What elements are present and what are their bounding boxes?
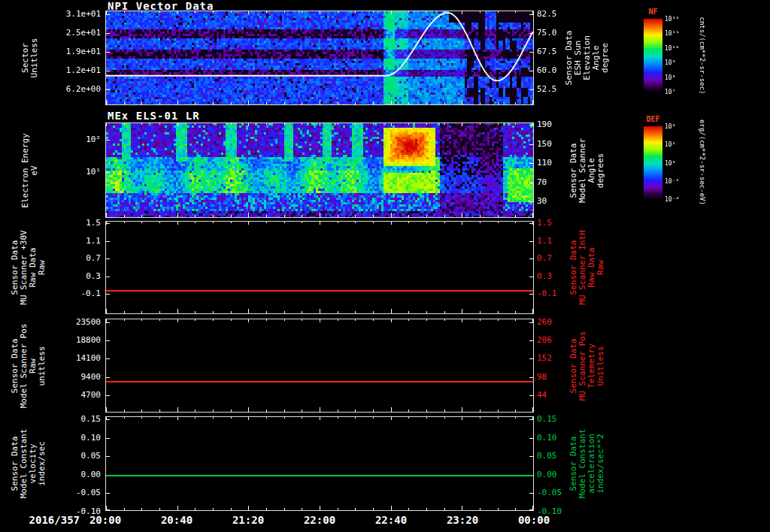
model-constant-velocity-trace — [106, 475, 533, 476]
x-tick-mark — [515, 102, 516, 104]
y-tick-mark — [106, 322, 110, 323]
x-tick-mark — [195, 417, 196, 419]
x-tick-mark — [177, 309, 178, 313]
y-tick-label-left: 0.05 — [42, 451, 101, 461]
x-tick-mark — [515, 11, 516, 13]
x-tick-mark — [284, 215, 285, 217]
colorbar-tick-label: 10⁹ — [665, 59, 692, 66]
y-tick-label-left: 1.5 — [42, 218, 101, 228]
x-tick-mark — [338, 102, 338, 104]
x-tick-mark — [124, 410, 125, 412]
x-tick-mark — [302, 319, 302, 321]
x-tick-mark — [373, 417, 374, 419]
y-tick-label-left: 10¹ — [42, 167, 101, 177]
x-tick-mark — [391, 309, 392, 313]
y-tick-label-right: 110 — [537, 158, 576, 168]
model-scanner-pos-raw-trace — [106, 381, 533, 382]
x-tick-mark — [284, 123, 285, 125]
y-tick-mark — [106, 89, 110, 90]
x-tick-mark — [498, 215, 499, 217]
x-tick-mark — [444, 417, 445, 419]
x-tick-mark — [124, 123, 125, 125]
x-tick-mark — [302, 123, 302, 125]
mu-scanner-30v-left-axis-label: Sensor Data MU Scanner +30V Raw Data Raw — [11, 230, 47, 304]
x-tick-mark — [426, 102, 427, 104]
x-tick-mark — [231, 215, 232, 217]
x-tick-mark — [320, 417, 320, 420]
y-tick-label-right: 260 — [537, 317, 576, 327]
x-tick-mark — [159, 319, 160, 321]
x-tick-mark — [213, 222, 214, 223]
x-tick-mark — [266, 215, 267, 217]
y-tick-label-right: 82.5 — [537, 9, 576, 19]
x-tick-mark — [195, 319, 196, 321]
els-left-axis-label: Electron Energy eV — [21, 133, 39, 207]
y-tick-mark — [529, 456, 533, 457]
x-tick-mark — [515, 311, 516, 313]
x-tick-mark — [391, 407, 392, 412]
x-tick-mark — [302, 311, 302, 313]
y-tick-label-right: 206 — [537, 335, 576, 345]
els-spectrogram-panel — [105, 122, 534, 218]
x-tick-mark — [195, 508, 196, 510]
x-tick-mark — [373, 319, 374, 321]
y-tick-mark — [529, 419, 533, 420]
x-tick-mark — [231, 222, 232, 223]
x-tick-mark — [320, 506, 320, 510]
x-tick-mark — [480, 410, 480, 412]
y-tick-label-right: 1.1 — [537, 236, 576, 246]
x-tick-mark — [444, 222, 445, 223]
y-tick-label-right: 60.0 — [537, 65, 576, 75]
x-tick-mark — [106, 123, 107, 126]
x-tick-mark — [213, 123, 214, 125]
y-tick-mark — [529, 52, 533, 53]
x-tick-mark — [266, 319, 267, 321]
x-tick-mark — [532, 407, 533, 412]
x-tick-mark — [515, 123, 516, 125]
x-tick-mark — [320, 309, 320, 313]
x-tick-mark — [159, 417, 160, 419]
x-tick-mark — [391, 319, 392, 322]
x-tick-mark — [408, 215, 409, 217]
y-tick-mark — [106, 358, 110, 359]
y-tick-label-left: 3.1e+01 — [42, 9, 101, 19]
x-tick-mark — [498, 311, 499, 313]
x-tick-mark — [302, 102, 302, 104]
y-tick-mark — [529, 14, 533, 15]
y-tick-mark — [529, 322, 533, 323]
x-tick-mark — [159, 102, 160, 104]
x-tick-mark — [106, 100, 107, 104]
y-tick-mark — [529, 89, 533, 90]
x-tick-mark — [391, 11, 392, 14]
y-tick-mark — [529, 183, 533, 183]
x-tick-mark — [124, 417, 125, 419]
x-tick-mark — [159, 508, 160, 510]
y-tick-label-left: 1.1 — [42, 236, 101, 246]
x-tick-mark — [266, 417, 267, 419]
y-tick-label-left: 0.7 — [42, 253, 101, 263]
x-tick-mark — [338, 417, 338, 419]
x-tick-mark — [177, 506, 178, 510]
x-tick-mark — [124, 215, 125, 217]
model-scanner-pos-panel — [105, 319, 534, 413]
x-tick-mark — [391, 213, 392, 217]
x-tick-mark — [320, 407, 320, 412]
x-tick-mark — [213, 215, 214, 217]
x-tick-mark — [159, 410, 160, 412]
x-tick-mark — [462, 506, 462, 510]
x-tick-mark — [498, 410, 499, 412]
x-tick-mark — [408, 222, 409, 223]
x-tick-mark — [480, 11, 480, 13]
x-tick-mark — [124, 102, 125, 104]
mu-scanner-30v-panel — [105, 221, 534, 314]
x-tick-mark — [266, 410, 267, 412]
x-tick-mark — [195, 102, 196, 104]
x-tick-mark — [515, 222, 516, 223]
y-tick-mark — [106, 52, 110, 53]
x-tick-mark — [373, 11, 374, 13]
x-tick-mark — [248, 11, 249, 14]
x-tick-label: 22:40 — [365, 514, 417, 526]
y-tick-label-right: -0.05 — [537, 488, 576, 497]
els-spectrogram-canvas — [106, 123, 533, 217]
x-tick-mark — [231, 11, 232, 13]
